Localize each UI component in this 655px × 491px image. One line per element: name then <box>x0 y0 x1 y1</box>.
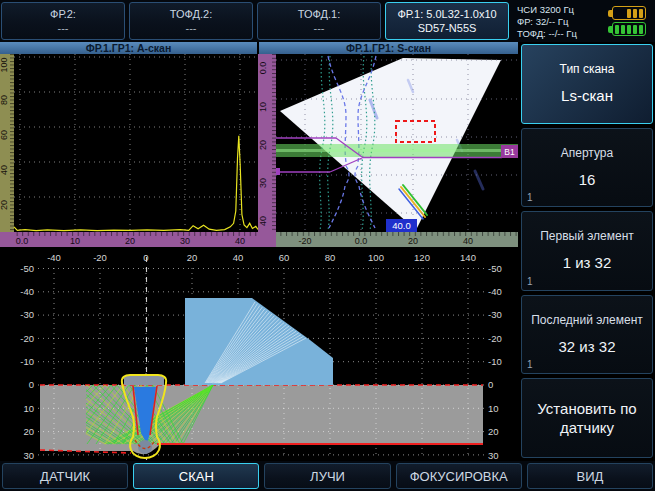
probe-button-tofd1[interactable]: ТОФД.1: --- <box>257 2 381 40</box>
probe-button-value: --- <box>314 22 325 34</box>
gate-band-center <box>276 149 518 152</box>
probe-button-value: --- <box>58 22 69 34</box>
svg-text:-50: -50 <box>488 263 502 274</box>
first-element-panel[interactable]: Первый элемент 1 из 32 1 <box>521 211 653 291</box>
svg-text:-20: -20 <box>488 333 502 344</box>
panel-title: Тип скана <box>560 62 615 76</box>
svg-text:-30: -30 <box>20 309 34 320</box>
panel-value: Ls-скан <box>561 86 613 105</box>
ascan-y-tick: 20 <box>0 200 9 210</box>
probe-button-fr2[interactable]: ФР.2: --- <box>1 2 125 40</box>
svg-text:0: 0 <box>143 252 148 263</box>
svg-text:-40: -40 <box>488 286 502 297</box>
ascan-x-tick: 0.0 <box>16 236 29 246</box>
flaw-detector-screen: ФР.2: --- ТОФД.2: --- ТОФД.1: --- ФР.1: … <box>0 0 655 491</box>
svg-text:20: 20 <box>23 426 34 437</box>
svg-text:80: 80 <box>325 252 336 263</box>
panel-value: 1 из 32 <box>563 253 612 272</box>
svg-text:-40: -40 <box>20 286 34 297</box>
panel-value: Установить по датчику <box>532 399 642 437</box>
geometry-y-axis-left: -50 -40 -30 -20 -10 0 10 20 30 <box>20 263 34 461</box>
prf-line: ЧСИ 3200 Гц <box>517 4 599 15</box>
sscan-y-tick: 0.0 <box>258 62 268 75</box>
panel-step: 1 <box>527 192 533 203</box>
svg-text:10: 10 <box>488 403 499 414</box>
svg-text:10: 10 <box>23 403 34 414</box>
tofd-rate-line: ТОФД: --/-- Гц <box>517 28 599 39</box>
ascan-x-tick: 10 <box>70 236 80 246</box>
svg-text:0: 0 <box>29 379 34 390</box>
ascan-x-tick: 40 <box>235 236 245 246</box>
sidebar: Тип скана Ls-скан Апертура 16 1 Первый э… <box>521 44 653 458</box>
top-bar: ФР.2: --- ТОФД.2: --- ТОФД.1: --- ФР.1: … <box>0 0 655 42</box>
ascan-y-tick: 40 <box>0 165 9 175</box>
ascan-x-tick: 20 <box>125 236 135 246</box>
svg-text:-10: -10 <box>20 356 34 367</box>
gate-label: B1 <box>504 147 515 157</box>
battery-icon-2 <box>608 22 646 36</box>
fr-rate-line: ФР: 32/-- Гц <box>517 16 599 27</box>
probe-button-value: --- <box>186 22 197 34</box>
svg-text:-20: -20 <box>20 333 34 344</box>
panel-value: 16 <box>579 170 596 189</box>
svg-text:-30: -30 <box>488 309 502 320</box>
svg-text:30: 30 <box>23 450 34 461</box>
sscan-y-tick: 40 <box>258 216 268 226</box>
panel-title: Апертура <box>561 146 613 160</box>
aperture-panel[interactable]: Апертура 16 1 <box>521 128 653 208</box>
angle-label: 40.0 <box>392 220 411 231</box>
svg-text:-20: -20 <box>93 252 107 263</box>
last-element-panel[interactable]: Последний элемент 32 из 32 1 <box>521 295 653 375</box>
sscan-y-tick: 30 <box>258 178 268 188</box>
sscan-view[interactable]: B1 40.0 0.0 10 20 30 40 -20 0.0 20 40 <box>258 54 518 247</box>
probe-button-label: ФР.2: <box>50 8 76 20</box>
sscan-x-tick: 40 <box>463 236 473 246</box>
geometry-y-axis-right: -50 -40 -30 -20 -10 0 10 20 30 <box>488 263 502 461</box>
ascan-y-tick: 60 <box>0 130 9 140</box>
panel-step: 1 <box>527 276 533 287</box>
battery-indicators <box>603 2 651 40</box>
bottom-tab-bar: ДАТЧИК СКАН ЛУЧИ ФОКУСИРОВКА ВИД <box>0 461 655 491</box>
probe-button-label: ФР.1: 5.0L32-1.0x10 <box>397 8 496 20</box>
tab-view[interactable]: ВИД <box>527 463 653 489</box>
scan-type-panel[interactable]: Тип скана Ls-скан <box>521 44 653 124</box>
ascan-header: ФР.1.ГР1: A-скан <box>0 42 257 54</box>
svg-text:-50: -50 <box>20 263 34 274</box>
svg-text:20: 20 <box>488 426 499 437</box>
probe-button-fr1-selected[interactable]: ФР.1: 5.0L32-1.0x10 SD57-N55S <box>385 2 509 40</box>
battery-icon-1 <box>608 6 646 20</box>
svg-text:40: 40 <box>233 252 244 263</box>
ascan-x-tick: 30 <box>180 236 190 246</box>
probe-button-tofd2[interactable]: ТОФД.2: --- <box>129 2 253 40</box>
sscan-x-tick: 0.0 <box>355 236 368 246</box>
panel-title: Последний элемент <box>531 313 643 327</box>
probe-button-label: ТОФД.2: <box>170 8 212 20</box>
sscan-y-tick: 10 <box>258 102 268 112</box>
geometry-x-axis: -40 -20 0 20 40 60 80 100 120 140 <box>47 252 476 263</box>
svg-text:60: 60 <box>279 252 290 263</box>
svg-text:-40: -40 <box>47 252 61 263</box>
svg-text:120: 120 <box>414 252 430 263</box>
ascan-y-tick: 80 <box>0 95 9 105</box>
sscan-x-tick: 20 <box>408 236 418 246</box>
svg-text:0: 0 <box>488 379 493 390</box>
ascan-y-tick: 100 <box>0 57 9 72</box>
ascan-view[interactable]: 100 80 60 40 20 0.0 10 20 30 40 <box>0 54 258 247</box>
tab-probe[interactable]: ДАТЧИК <box>2 463 128 489</box>
sscan-y-tick: 20 <box>258 140 268 150</box>
panel-title: Первый элемент <box>540 229 634 243</box>
prf-status: ЧСИ 3200 Гц ФР: 32/-- Гц ТОФД: --/-- Гц <box>513 2 599 40</box>
tab-rays[interactable]: ЛУЧИ <box>264 463 390 489</box>
tab-focusing[interactable]: ФОКУСИРОВКА <box>396 463 522 489</box>
svg-text:20: 20 <box>187 252 198 263</box>
svg-text:100: 100 <box>368 252 384 263</box>
set-by-probe-button[interactable]: Установить по датчику <box>521 378 653 458</box>
probe-button-value: SD57-N55S <box>418 22 477 34</box>
tab-scan[interactable]: СКАН <box>133 463 259 489</box>
svg-text:30: 30 <box>488 450 499 461</box>
panel-value: 32 из 32 <box>559 337 616 356</box>
svg-text:-10: -10 <box>488 356 502 367</box>
sscan-header: ФР.1.ГР1: S-скан <box>259 42 518 54</box>
probe-button-label: ТОФД.1: <box>298 8 340 20</box>
geometry-view[interactable]: -40 -20 0 20 40 60 80 100 120 140 -50 -4… <box>0 247 518 462</box>
